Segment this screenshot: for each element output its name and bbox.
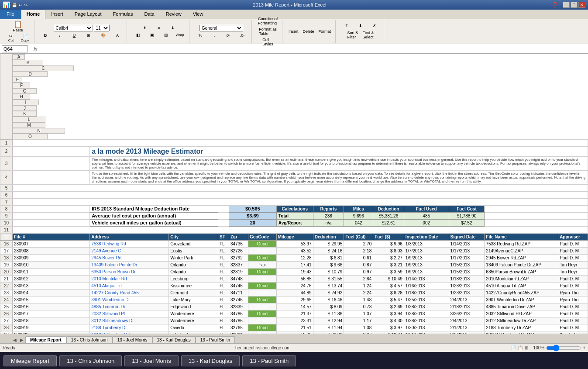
- format-cells-button[interactable]: Format: [317, 28, 333, 34]
- table-row: 21 280912 2010 Montclair Rd Leesburg FL …: [0, 275, 588, 282]
- tab-formulas[interactable]: Formulas: [107, 10, 139, 19]
- font-color-button[interactable]: A: [111, 32, 124, 38]
- view-break-icon[interactable]: ⊞: [525, 345, 528, 350]
- grid-container[interactable]: A B C D E F G H I J K L M N O: [0, 54, 588, 334]
- title-bar: 📊 💾 ↩ ↪ 2013 Mile Report - Microsoft Exc…: [0, 0, 588, 10]
- align-middle-button[interactable]: ≡: [152, 25, 165, 31]
- insert-cells-button[interactable]: Insert: [287, 28, 300, 34]
- fill-button[interactable]: ⬇: [354, 23, 367, 29]
- row-1: 1: [0, 139, 588, 146]
- col-B: B: [13, 60, 43, 66]
- spreadsheet-table: A B C D E F G H I J K L M N O: [0, 54, 588, 334]
- tab-file[interactable]: File: [0, 10, 21, 19]
- address-link[interactable]: 3901 Wimbledon Dr: [91, 297, 130, 302]
- address-link[interactable]: 4510 Alaqua Trl: [91, 283, 122, 288]
- taskbar-chris-johnson[interactable]: 13 - Chris Johnson: [59, 355, 122, 366]
- col-O: O: [13, 134, 48, 139]
- address-link[interactable]: 7538 Redwing Rd: [91, 241, 126, 246]
- tab-view[interactable]: View: [187, 10, 209, 19]
- zoom-slider[interactable]: [546, 345, 581, 352]
- italic-button[interactable]: I: [53, 32, 66, 38]
- sheet-tab-chris-johnson[interactable]: 13 - Chris Johnson: [66, 336, 113, 343]
- summary-header-reports: Reports: [313, 205, 344, 212]
- address-link[interactable]: 2945 Bower Rd: [91, 255, 121, 260]
- clear-button[interactable]: ✗: [368, 23, 381, 29]
- view-layout-icon[interactable]: 📋: [518, 345, 523, 350]
- tab-review[interactable]: Review: [160, 10, 187, 19]
- align-top-button[interactable]: ⬆: [138, 25, 151, 31]
- border-button[interactable]: ⊞: [82, 32, 95, 38]
- comma-button[interactable]: ,: [208, 32, 221, 38]
- font-family-select[interactable]: Calibri: [54, 25, 93, 31]
- address-link[interactable]: 2188 Turnberry Dr: [91, 325, 127, 330]
- taskbar-paul-smith[interactable]: 13 - Paul Smith: [242, 355, 296, 366]
- align-center-button[interactable]: ▣: [145, 32, 158, 38]
- autosum-button[interactable]: Σ: [340, 23, 353, 29]
- view-normal-icon[interactable]: 📄: [511, 345, 516, 350]
- sheet-tab-mileage-report[interactable]: Mileage Report: [25, 336, 66, 343]
- address-link[interactable]: 3012 Stillmeadows Dr: [91, 318, 134, 323]
- decrease-decimal-button[interactable]: .0-: [236, 32, 249, 38]
- number-format-select[interactable]: General: [199, 25, 243, 31]
- sheet-tab-paul-smith[interactable]: 13 - Paul Smith: [196, 336, 235, 343]
- summary-avg-fuel-used: 002: [404, 219, 449, 226]
- summary-header-deduction: Deduction: [373, 205, 404, 212]
- col-N: N: [13, 128, 65, 134]
- align-right-button[interactable]: ▧: [159, 32, 172, 38]
- col-H: H: [13, 94, 30, 100]
- cells-group: Insert Delete Format: [284, 20, 336, 43]
- table-row: 17 280908 2149 Avenue C Eustis FL 32726 …: [0, 247, 588, 254]
- copy-button[interactable]: 📄Copy: [18, 33, 31, 43]
- paste-button[interactable]: 📋Paste: [11, 20, 24, 33]
- find-select-button[interactable]: Find &Select: [361, 30, 376, 40]
- wrap-text-button[interactable]: Wrap: [173, 32, 186, 38]
- tab-page-layout[interactable]: Page Layout: [69, 10, 107, 19]
- address-link[interactable]: 4885 Timarron Dr: [91, 304, 125, 309]
- tab-data[interactable]: Data: [138, 10, 160, 19]
- formula-input[interactable]: [41, 46, 586, 52]
- maximize-button[interactable]: □: [571, 2, 578, 8]
- format-table-button[interactable]: Format asTable: [257, 26, 279, 37]
- address-link[interactable]: 14227 County Road 455: [91, 290, 138, 295]
- conditional-format-button[interactable]: ConditionalFormatting: [256, 16, 279, 26]
- zoom-in-icon[interactable]: +: [583, 345, 585, 350]
- align-left-button[interactable]: ◧: [131, 32, 144, 38]
- taskbar-karl-douglas[interactable]: 13 - Karl Douglas: [181, 355, 240, 366]
- address-link[interactable]: 2032 Stillwood Pl: [91, 311, 125, 316]
- underline-button[interactable]: U: [68, 32, 81, 38]
- table-row: 19 280910 13409 Falcon Pointe Dr Orlando…: [0, 261, 588, 268]
- tab-home[interactable]: Home: [21, 10, 46, 19]
- align-bottom-button[interactable]: ⬇: [166, 25, 179, 31]
- font-size-select[interactable]: 11: [94, 25, 110, 31]
- sheet-nav-left[interactable]: ◀: [11, 338, 18, 342]
- close-button[interactable]: ✕: [578, 2, 585, 8]
- minimize-button[interactable]: −: [563, 2, 570, 8]
- bold-button[interactable]: B: [39, 32, 52, 38]
- sheet-tab-joel-morris[interactable]: 13 - Joel Morris: [113, 336, 152, 343]
- summary-avg-reports: n/a: [313, 219, 344, 226]
- fill-color-button[interactable]: 🎨: [96, 32, 110, 38]
- sort-filter-button[interactable]: Sort &Filter: [346, 30, 360, 40]
- address-link[interactable]: 2149 Avenue C: [91, 248, 121, 253]
- row-8: 8 IRS 2013 Standard Mileage Deduction Ra…: [0, 205, 588, 212]
- address-link[interactable]: 2010 Montclair Rd: [91, 276, 127, 281]
- taskbar-mileage-report[interactable]: Mileage Report: [3, 355, 57, 366]
- address-link[interactable]: 6350 Parson Brown Dr: [91, 269, 135, 274]
- col-K: K: [13, 111, 37, 117]
- cell-reference-input[interactable]: Q64: [2, 45, 28, 52]
- table-row: 28 280919 2188 Turnberry Dr Oviedo FL 32…: [0, 324, 588, 331]
- address-link[interactable]: 13409 Falcon Pointe Dr: [91, 262, 137, 267]
- percent-button[interactable]: %: [194, 32, 207, 38]
- sheet-tab-karl-douglas[interactable]: 13 - Karl Douglas: [152, 336, 196, 343]
- sheet-tabs: ◀ ▶ Mileage Report 13 - Chris Johnson 13…: [0, 334, 588, 343]
- mpg-value: 20: [229, 219, 276, 226]
- col-J: J: [13, 105, 37, 111]
- taskbar-joel-morris[interactable]: 13 - Joel Morris: [124, 355, 179, 366]
- delete-cells-button[interactable]: Delete: [301, 28, 316, 34]
- cut-button[interactable]: ✂Cut: [4, 33, 17, 43]
- tab-insert[interactable]: Insert: [45, 10, 69, 19]
- increase-decimal-button[interactable]: .0+: [222, 32, 235, 38]
- sheet-nav-right[interactable]: ▶: [18, 338, 25, 342]
- irs-rate-value: $0.565: [229, 205, 276, 212]
- summary-avg-label: Avg/Report: [276, 219, 313, 226]
